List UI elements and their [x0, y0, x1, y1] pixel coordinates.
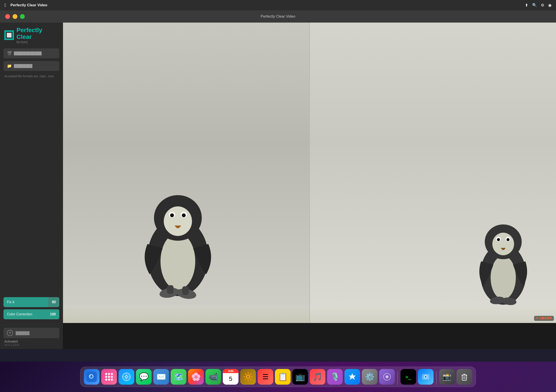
penguin-left — [137, 183, 219, 306]
slider-section: Fix it 80 Color Correction 100 — [0, 297, 63, 325]
dock-finder[interactable] — [84, 369, 100, 385]
dock-appletv[interactable]: 📺 — [292, 369, 308, 385]
svg-point-8 — [182, 213, 186, 217]
output-folder-label: ████████ — [14, 64, 32, 68]
help-button[interactable]: ? ██████ — [3, 328, 59, 338]
svg-point-2 — [161, 233, 195, 290]
svg-point-16 — [492, 233, 514, 255]
minimize-button[interactable] — [13, 14, 17, 19]
logo-sub-text: By EyeQ — [16, 40, 58, 44]
svg-point-26 — [90, 376, 91, 376]
svg-point-6 — [170, 213, 174, 217]
sidebar-spacer — [0, 82, 63, 297]
maximize-button[interactable] — [20, 14, 25, 19]
dock-facetime[interactable]: 📹 — [205, 369, 221, 385]
dock-area: 💬 ✉️ 🗺️ 🌸 📹 JUN 5 🔆 ☰ 📋 — [0, 362, 556, 392]
svg-rect-11 — [167, 285, 174, 294]
dock-safari[interactable] — [119, 369, 134, 385]
svg-point-29 — [111, 373, 113, 375]
help-icon: ? — [7, 330, 13, 336]
window-body: Perfectly Clear By EyeQ 🎬 ████████████ 📁… — [0, 23, 556, 349]
color-correction-value: 100 — [50, 312, 59, 316]
dock-podcasts[interactable]: 🎙️ — [327, 369, 343, 385]
dock: 💬 ✉️ 🗺️ 🌸 📹 JUN 5 🔆 ☰ 📋 — [80, 367, 476, 387]
dock-notes[interactable]: 📋 — [275, 369, 291, 385]
search-icon[interactable]: 🔍 — [532, 3, 537, 8]
control-center-icon[interactable]: ⚙ — [541, 3, 544, 8]
svg-point-4 — [164, 206, 192, 236]
version-text: v4.0.1.2223 — [3, 343, 59, 347]
menubar-right: ⬆ 🔍 ⚙ ◉ — [525, 3, 552, 8]
app-window: Perfectly Clear Video Perfectly Clear By… — [0, 10, 556, 349]
folder-icon: 📁 — [7, 64, 12, 68]
siri-icon[interactable]: ◉ — [548, 3, 552, 8]
dock-maps[interactable]: 🗺️ — [171, 369, 186, 385]
svg-point-35 — [111, 378, 113, 381]
dock-mail[interactable]: ✉️ — [153, 369, 169, 385]
svg-point-30 — [105, 376, 107, 378]
dock-instruments[interactable] — [379, 369, 395, 385]
logo-main-text: Perfectly Clear — [16, 27, 58, 40]
input-video-button[interactable]: 🎬 ████████████ — [3, 48, 59, 58]
svg-point-20 — [507, 238, 510, 241]
close-button[interactable] — [5, 14, 10, 19]
color-correction-label: Color Correction — [3, 312, 50, 316]
svg-point-18 — [497, 238, 500, 241]
dock-reminders[interactable]: ☰ — [258, 369, 273, 385]
logo-icon — [4, 30, 14, 40]
sidebar-logo: Perfectly Clear By EyeQ — [0, 23, 63, 47]
dock-system-prefs[interactable]: ⚙️ — [362, 369, 378, 385]
menubar-app-name[interactable]: Perfectly Clear Video — [10, 3, 47, 7]
svg-rect-0 — [5, 31, 13, 39]
cal-month: JUN — [223, 369, 239, 373]
fix-it-value: 80 — [52, 300, 59, 304]
window-controls — [5, 14, 25, 19]
fix-it-slider[interactable]: Fix it 80 — [3, 297, 59, 307]
dock-separator — [397, 372, 398, 385]
logo-text: Perfectly Clear By EyeQ — [16, 27, 58, 44]
input-video-label: ████████████ — [14, 52, 42, 55]
dock-launchpad[interactable] — [101, 369, 117, 385]
svg-point-28 — [108, 373, 110, 375]
activated-status: Activated — [3, 339, 59, 343]
output-folder-button[interactable]: 📁 ████████ — [3, 61, 59, 71]
dock-screen-record[interactable] — [418, 369, 433, 385]
svg-point-34 — [108, 378, 110, 381]
svg-point-27 — [105, 373, 107, 375]
video-preview — [63, 23, 556, 323]
dock-misc[interactable]: 📸 — [439, 369, 455, 385]
main-content: IS 尤摄创意库 — [63, 23, 556, 349]
dock-terminal[interactable]: >_ — [401, 369, 416, 385]
dock-music[interactable]: 🎵 — [310, 369, 325, 385]
snow-ground-left — [63, 306, 309, 323]
window-titlebar: Perfectly Clear Video — [0, 10, 556, 23]
snow-ground-right — [310, 306, 556, 323]
dock-appstore[interactable] — [344, 369, 360, 385]
svg-point-14 — [491, 256, 516, 299]
corner-watermark: IS 尤摄创意库 — [534, 316, 554, 321]
svg-point-31 — [108, 376, 110, 378]
file-hint: Accepted file formats are .mp4, .mov — [0, 72, 63, 82]
help-label: ██████ — [16, 331, 30, 335]
svg-point-33 — [105, 378, 107, 381]
dock-trash[interactable] — [456, 369, 472, 385]
menubar:  Perfectly Clear Video ⬆ 🔍 ⚙ ◉ — [0, 0, 556, 10]
upload-icon[interactable]: ⬆ — [525, 3, 528, 8]
sidebar: Perfectly Clear By EyeQ 🎬 ████████████ 📁… — [0, 23, 63, 349]
sidebar-bottom: ? ██████ Activated v4.0.1.2223 — [0, 325, 63, 349]
calendar-icon: JUN 5 — [223, 369, 239, 385]
dock-photos[interactable]: 🌸 — [188, 369, 204, 385]
video-area — [63, 23, 556, 323]
svg-point-32 — [111, 376, 113, 378]
dock-finder2[interactable]: 🔆 — [240, 369, 256, 385]
apple-menu-icon[interactable]:  — [4, 2, 6, 8]
scene-left — [63, 23, 309, 323]
video-bottom-strip — [63, 323, 556, 349]
penguin-right — [475, 216, 532, 310]
dock-calendar[interactable]: JUN 5 — [223, 369, 239, 385]
svg-point-46 — [425, 376, 426, 378]
svg-point-43 — [386, 376, 388, 377]
color-correction-slider[interactable]: Color Correction 100 — [3, 309, 59, 319]
dock-messages[interactable]: 💬 — [136, 369, 152, 385]
svg-point-25 — [90, 375, 93, 378]
